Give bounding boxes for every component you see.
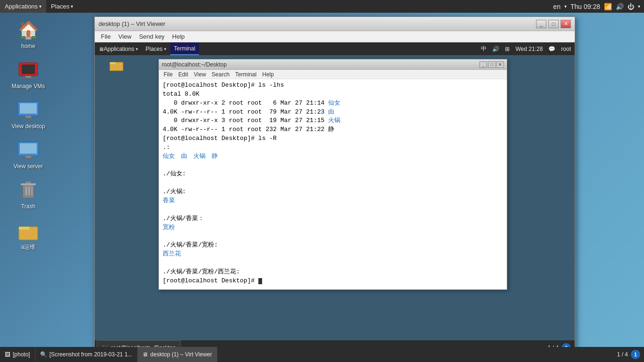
svg-rect-20 xyxy=(20,230,37,239)
terminal-file-menu[interactable]: File xyxy=(161,71,175,78)
virt-viewer-sendkey-menu[interactable]: Send key xyxy=(135,31,168,42)
virt-viewer-menubar: File View Send key Help xyxy=(95,31,575,42)
screenshot-label: [Screenshot from 2019-03-21 1... xyxy=(50,351,132,358)
terminal-terminal-menu[interactable]: Terminal xyxy=(232,71,259,78)
view-server-label: View server xyxy=(14,163,43,170)
view-server-icon-item[interactable]: View server xyxy=(9,139,47,170)
applications-label: Applications xyxy=(5,3,38,10)
trash-icon xyxy=(17,179,40,202)
terminal-search-menu[interactable]: Search xyxy=(209,71,232,78)
svg-rect-15 xyxy=(31,187,33,195)
inner-datetime: Wed 21:28 xyxy=(515,46,543,52)
virt-viewer-view-menu[interactable]: View xyxy=(115,31,135,42)
svg-rect-9 xyxy=(20,143,37,154)
applications-arrow: ▾ xyxy=(39,4,41,9)
vm-screen: 🖥 Applications ▾ Places ▾ Terminal 中 🔊 ⊞… xyxy=(95,42,575,355)
top-panel: Applications ▾ Places ▾ en ▾ Thu 09:28 📶… xyxy=(0,0,644,13)
inner-applications-menu[interactable]: 🖥 Applications ▾ xyxy=(95,42,142,55)
svg-rect-1 xyxy=(22,65,35,74)
svg-rect-19 xyxy=(19,227,29,230)
taskbar-screenshot[interactable]: 🔍 [Screenshot from 2019-03-21 1... xyxy=(35,347,138,362)
virt-viewer-file-menu[interactable]: File xyxy=(97,31,115,42)
virt-viewer-controls: _ □ ✕ xyxy=(536,20,571,28)
inner-places-menu[interactable]: Places ▾ xyxy=(142,42,170,55)
photo-icon: 🖼 xyxy=(5,351,10,358)
view-server-icon xyxy=(17,139,40,162)
taskbar-right: 1 / 4 1 xyxy=(617,350,644,359)
virt-viewer-taskbar-label: desktop (1) – Virt Viewer xyxy=(150,351,212,358)
desktop-icons-container: 🏠 home Manage VMs View desktop xyxy=(9,19,47,251)
svg-rect-3 xyxy=(23,78,34,79)
terminal-window: root@localhost:~/Desktop _ □ ✕ File Edit… xyxy=(158,59,507,290)
manage-vms-label: Manage VMs xyxy=(12,83,45,90)
volume-icon: 🔊 xyxy=(616,3,624,10)
svg-rect-17 xyxy=(25,181,31,183)
terminal-title: root@localhost:~/Desktop xyxy=(162,61,227,68)
trash-icon-item[interactable]: Trash xyxy=(9,179,47,210)
language-indicator[interactable]: en xyxy=(553,3,561,10)
home-icon-item[interactable]: 🏠 home xyxy=(9,19,47,49)
terminal-view-menu[interactable]: View xyxy=(191,71,209,78)
outer-taskbar: 🖼 [photo] 🔍 [Screenshot from 2019-03-21 … xyxy=(0,347,644,362)
svg-rect-2 xyxy=(25,76,31,78)
photo-label: [photo] xyxy=(13,351,30,358)
outer-page-info: 1 / 4 xyxy=(617,351,628,358)
inner-terminal-label: Terminal xyxy=(174,45,195,52)
inner-root-label: root xyxy=(561,46,571,52)
wifi-icon: 📶 xyxy=(604,3,612,10)
places-arrow: ▾ xyxy=(71,4,73,9)
virt-viewer-taskbar-icon: 🖥 xyxy=(142,351,148,358)
inner-terminal-menu[interactable]: Terminal xyxy=(170,42,199,55)
view-desktop-label: View desktop xyxy=(11,123,45,130)
maximize-button[interactable]: □ xyxy=(548,20,559,28)
terminal-content[interactable]: [root@localhost Desktop]# ls -lhs total … xyxy=(159,79,507,289)
terminal-win-buttons: _ □ ✕ xyxy=(479,61,504,68)
terminal-maximize[interactable]: □ xyxy=(488,61,495,68)
taskbar-left: 🖼 [photo] 🔍 [Screenshot from 2019-03-21 … xyxy=(0,347,217,362)
view-desktop-icon-item[interactable]: View desktop xyxy=(9,99,47,130)
trash-label: Trash xyxy=(21,203,35,210)
aops-icon-item[interactable]: a运维 xyxy=(9,219,47,251)
virt-viewer-window: desktop (1) – Virt Viewer _ □ ✕ File Vie… xyxy=(94,16,575,356)
terminal-menubar: File Edit View Search Terminal Help xyxy=(159,70,507,79)
inner-desktop-folder xyxy=(109,58,124,74)
manage-vms-icon-item[interactable]: Manage VMs xyxy=(9,59,47,90)
power-icon[interactable]: ⏻ xyxy=(627,3,634,10)
inner-places-arrow: ▾ xyxy=(164,47,166,51)
virt-viewer-help-menu[interactable]: Help xyxy=(168,31,189,42)
inner-panel-left: 🖥 Applications ▾ Places ▾ Terminal xyxy=(95,42,199,55)
taskbar-virt-viewer[interactable]: 🖥 desktop (1) – Virt Viewer xyxy=(138,347,217,362)
inner-screen-icon: ⊞ xyxy=(505,46,510,52)
inner-chinese-icon: 中 xyxy=(481,45,487,53)
taskbar-photo[interactable]: 🖼 [photo] xyxy=(0,347,35,362)
power-arrow: ▾ xyxy=(638,4,640,9)
close-button[interactable]: ✕ xyxy=(561,20,571,28)
aops-label: a运维 xyxy=(21,243,36,251)
svg-rect-13 xyxy=(25,187,27,195)
outer-page-indicator: 1 xyxy=(631,350,640,359)
inner-panel-right: 中 🔊 ⊞ Wed 21:28 💬 root xyxy=(481,45,575,53)
places-menu[interactable]: Places ▾ xyxy=(46,0,78,13)
svg-rect-14 xyxy=(28,187,30,195)
view-desktop-icon xyxy=(17,99,40,122)
terminal-edit-menu[interactable]: Edit xyxy=(175,71,191,78)
home-label: home xyxy=(21,43,35,49)
inner-applications-label: Applications xyxy=(104,46,134,52)
virt-viewer-titlebar: desktop (1) – Virt Viewer _ □ ✕ xyxy=(95,17,575,31)
applications-menu[interactable]: Applications ▾ xyxy=(0,0,46,13)
svg-rect-22 xyxy=(110,62,116,64)
terminal-close[interactable]: ✕ xyxy=(496,61,504,68)
inner-comment-icon: 💬 xyxy=(548,46,555,52)
svg-rect-5 xyxy=(20,103,37,114)
minimize-button[interactable]: _ xyxy=(536,20,546,28)
svg-rect-6 xyxy=(25,116,31,118)
screenshot-icon: 🔍 xyxy=(40,351,47,358)
home-icon: 🏠 xyxy=(17,19,40,41)
terminal-help-menu[interactable]: Help xyxy=(259,71,277,78)
terminal-minimize[interactable]: _ xyxy=(479,61,487,68)
inner-app-icon: 🖥 xyxy=(99,46,104,52)
svg-rect-7 xyxy=(23,118,34,119)
terminal-titlebar: root@localhost:~/Desktop _ □ ✕ xyxy=(159,59,507,70)
inner-places-label: Places xyxy=(146,46,163,52)
language-arrow: ▾ xyxy=(564,4,567,9)
